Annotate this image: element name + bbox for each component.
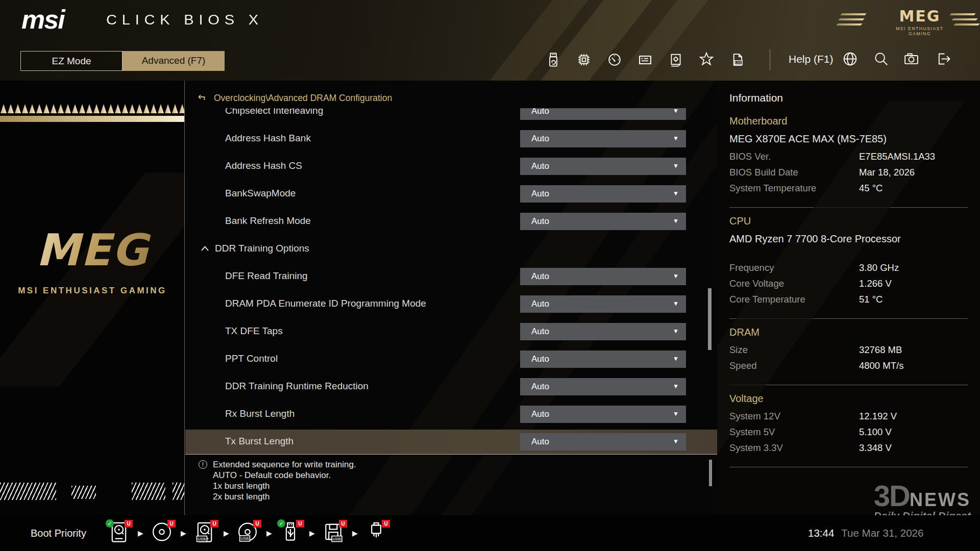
uefi-badge: U [210,520,218,528]
boot-device-cd-usb[interactable]: USBU [237,521,260,546]
setting-row-ddr-training-options[interactable]: DDR Training Options [185,237,717,261]
log-icon[interactable]: LOG [729,52,745,68]
chevron-down-icon: ▼ [673,272,679,280]
dropdown-value: Auto [531,108,549,116]
info-value: 3.80 GHz [859,262,899,278]
setting-dropdown[interactable]: Auto▼ [520,323,686,340]
meg-brand-word: MEG [889,7,950,25]
toolbar-divider [770,49,770,70]
setting-dropdown[interactable]: Auto▼ [520,378,686,395]
setting-dropdown[interactable]: Auto▼ [520,158,686,175]
setting-row-address-hash-cs[interactable]: Address Hash CSAuto▼ [185,154,717,179]
breadcrumb-text: Overclocking\Advanced DRAM Configuration [214,93,392,104]
boot-order-arrow-icon: ▶ [181,529,186,537]
sidebar-deco [0,172,185,387]
setting-row-tx-dfe-taps[interactable]: TX DFE TapsAuto▼ [185,319,717,344]
info-value: 45 °C [859,183,883,198]
info-row: Speed4800 MT/s [729,360,968,376]
chevron-down-icon: ▼ [673,410,679,417]
setting-dropdown[interactable]: Auto▼ [520,268,686,285]
setting-label: DDR Training Runtime Reduction [225,381,369,392]
check-badge: ✓ [277,519,285,528]
setting-row-ppt-control[interactable]: PPT ControlAuto▼ [185,347,717,371]
cpu-info-icon[interactable] [576,52,592,68]
boot-order-arrow-icon: ▶ [352,529,358,537]
tab-advanced[interactable]: Advanced (F7) [122,51,225,71]
language-globe-icon[interactable] [842,51,859,67]
meg-brand: MEG MSI ENTHUSIAST GAMING [889,7,950,36]
setting-dropdown[interactable]: Auto▼ [520,295,686,313]
section-divider [729,467,968,467]
setting-row-bankswapmode[interactable]: BankSwapModeAuto▼ [185,182,717,206]
tab-ez-mode[interactable]: EZ Mode [20,51,122,71]
favorites-icon[interactable] [698,52,715,68]
dropdown-value: Auto [531,437,549,447]
info-value: 32768 MB [859,344,902,360]
uefi-badge: U [339,520,347,528]
setting-row-chipselect-interleaving[interactable]: Chipselect InterleavingAuto▼ [185,108,717,123]
time-text: 13:44 [808,527,834,539]
boot-device-usb-stick[interactable]: U✓ [280,521,303,546]
info-value: 4800 MT/s [859,360,903,376]
dropdown-value: Auto [531,382,549,392]
info-label: Speed [729,360,859,376]
sidebar-hatch-deco [71,486,96,499]
setting-dropdown[interactable]: Auto▼ [520,185,686,203]
setting-dropdown[interactable]: Auto▼ [520,108,686,120]
setting-row-dram-pda-enumerate-id-programming-mode[interactable]: DRAM PDA Enumerate ID Programming ModeAu… [185,292,717,316]
setting-dropdown[interactable]: Auto▼ [520,433,686,450]
dropdown-value: Auto [531,161,549,171]
chevron-down-icon: ▼ [673,217,679,224]
setting-label: Chipselect Interleaving [225,108,323,116]
setting-row-address-hash-bank[interactable]: Address Hash BankAuto▼ [185,127,717,151]
screenshot-camera-icon[interactable] [903,51,920,67]
setting-dropdown[interactable]: Auto▼ [520,350,686,368]
info-label: System 12V [729,411,859,427]
section-title: Voltage [729,393,968,405]
info-row: System Temperature45 °C [729,183,968,198]
setting-label: DDR Training Options [215,243,309,254]
settings-scrollbar-thumb[interactable] [708,288,712,350]
m-flash-icon[interactable] [545,52,561,68]
search-icon[interactable] [873,51,890,67]
help-scrollbar-thumb[interactable] [709,460,712,486]
boot-device-cd[interactable]: U [151,521,175,546]
setting-row-rx-burst-length[interactable]: Rx Burst LengthAuto▼ [185,402,717,427]
boot-device-hdd[interactable]: U✓ [108,521,132,546]
clock: 13:44Tue Mar 31, 2026 [808,527,923,539]
boot-device-floppy-usb[interactable]: USBU [323,521,346,546]
dropdown-value: Auto [531,134,549,144]
boot-priority-label: Boot Priority [31,515,86,551]
info-label: Size [729,344,859,360]
setting-row-bank-refresh-mode[interactable]: Bank Refresh ModeAuto▼ [185,209,717,234]
info-row: Core Temperature51 °C [729,294,968,310]
help-line: 2x burst length [213,491,356,502]
date-text: Tue Mar 31, 2026 [841,527,923,539]
memory-try-it-icon[interactable] [637,52,653,68]
help-button[interactable]: Help (F1) [789,53,834,65]
setting-row-ddr-training-runtime-reduction[interactable]: DDR Training Runtime ReductionAuto▼ [185,374,717,399]
boot-device-hdd-usb[interactable]: USBU [194,521,217,546]
boot-device-lan[interactable]: U [365,521,389,546]
boot-order-arrow-icon: ▶ [266,529,272,537]
svg-text:USB: USB [333,537,341,541]
info-label: System 3.3V [729,442,859,458]
svg-text:USB: USB [241,536,249,541]
setting-dropdown[interactable]: Auto▼ [520,213,686,230]
setting-dropdown[interactable]: Auto▼ [520,130,686,147]
hardware-monitor-icon[interactable] [606,52,623,68]
driver-utility-icon[interactable] [668,52,684,68]
uefi-badge: U [167,520,176,528]
setting-row-tx-burst-length[interactable]: Tx Burst LengthAuto▼ [185,430,717,454]
sidebar: MEG MSI ENTHUSIAST GAMING [0,81,185,515]
meg-brand-caption: MSI ENTHUSIAST GAMING [889,26,950,36]
collapse-chevron-icon[interactable] [201,245,209,252]
exit-icon[interactable] [935,51,951,67]
setting-row-dfe-read-training[interactable]: DFE Read TrainingAuto▼ [185,264,717,289]
setting-dropdown[interactable]: Auto▼ [520,406,686,423]
back-icon[interactable] [198,93,208,103]
info-label: BIOS Build Date [729,167,859,183]
chevron-down-icon: ▼ [673,328,679,335]
breadcrumb[interactable]: Overclocking\Advanced DRAM Configuration [198,92,392,104]
info-value: 3.348 V [859,442,892,458]
